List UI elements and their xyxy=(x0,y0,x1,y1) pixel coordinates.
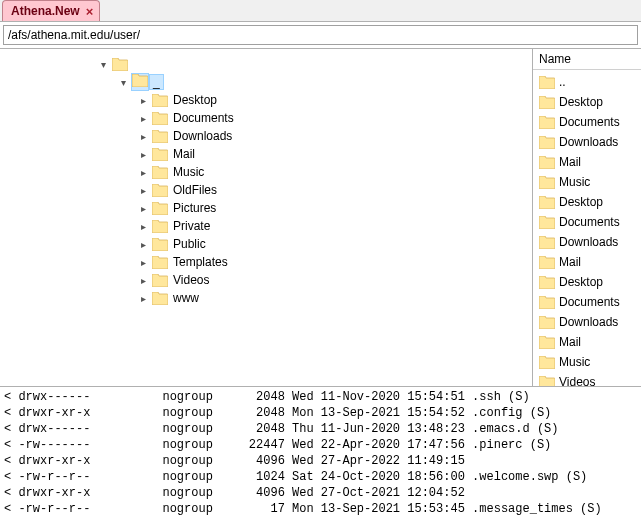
chevron-right-icon[interactable]: ▸ xyxy=(136,293,150,304)
tree-item[interactable]: ▸Videos xyxy=(4,271,528,289)
chevron-right-icon[interactable]: ▸ xyxy=(136,95,150,106)
list-item[interactable]: Documents xyxy=(537,212,641,232)
folder-icon xyxy=(152,238,168,251)
list-header-name[interactable]: Name xyxy=(533,49,641,70)
chevron-right-icon[interactable]: ▸ xyxy=(136,275,150,286)
folder-icon xyxy=(539,376,555,387)
folder-icon xyxy=(539,196,555,209)
tree-root[interactable]: ▾ xyxy=(4,55,528,73)
chevron-right-icon[interactable]: ▸ xyxy=(136,203,150,214)
folder-icon xyxy=(152,166,168,179)
folder-icon xyxy=(539,96,555,109)
tree-item-label: Templates xyxy=(170,255,231,269)
list-item-label: Downloads xyxy=(559,235,618,249)
list-item[interactable]: Mail xyxy=(537,252,641,272)
list-item[interactable]: .. xyxy=(537,72,641,92)
chevron-down-icon[interactable]: ▾ xyxy=(116,77,130,88)
tree-item[interactable]: ▸Mail xyxy=(4,145,528,163)
close-icon[interactable]: × xyxy=(86,5,94,18)
tree-item-label: Pictures xyxy=(170,201,219,215)
tree-item-label: Music xyxy=(170,165,207,179)
list-item-label: Mail xyxy=(559,335,581,349)
chevron-right-icon[interactable]: ▸ xyxy=(136,167,150,178)
list-item-label: Documents xyxy=(559,115,620,129)
chevron-right-icon[interactable]: ▸ xyxy=(136,131,150,142)
tree-item-label: OldFiles xyxy=(170,183,220,197)
tree-item[interactable]: ▸OldFiles xyxy=(4,181,528,199)
tree-item-label: Private xyxy=(170,219,213,233)
chevron-right-icon[interactable]: ▸ xyxy=(136,185,150,196)
list-item[interactable]: Documents xyxy=(537,292,641,312)
list-item[interactable]: Downloads xyxy=(537,312,641,332)
list-item[interactable]: Downloads xyxy=(537,232,641,252)
list-item[interactable]: Music xyxy=(537,352,641,372)
tree-item[interactable]: ▸Public xyxy=(4,235,528,253)
chevron-right-icon[interactable]: ▸ xyxy=(136,149,150,160)
folder-icon xyxy=(152,112,168,125)
tree-item[interactable]: ▸Templates xyxy=(4,253,528,271)
folder-icon xyxy=(539,76,555,89)
folder-icon xyxy=(152,256,168,269)
list-item[interactable]: Desktop xyxy=(537,192,641,212)
chevron-right-icon[interactable]: ▸ xyxy=(136,257,150,268)
list-item-label: Music xyxy=(559,175,590,189)
address-bar xyxy=(0,22,641,49)
tree-item-label: Videos xyxy=(170,273,212,287)
tree-item[interactable]: ▸Downloads xyxy=(4,127,528,145)
list-item-label: Music xyxy=(559,355,590,369)
tree-item[interactable]: ▸www xyxy=(4,289,528,307)
chevron-right-icon[interactable]: ▸ xyxy=(136,221,150,232)
folder-icon xyxy=(152,94,168,107)
folder-icon xyxy=(539,356,555,369)
list-item[interactable]: Documents xyxy=(537,112,641,132)
folder-icon xyxy=(152,292,168,305)
tree-item-current[interactable]: ▾_ xyxy=(4,73,528,91)
folder-icon xyxy=(152,148,168,161)
folder-icon xyxy=(539,176,555,189)
tab-title: Athena.New xyxy=(11,4,80,18)
list-item-label: Documents xyxy=(559,295,620,309)
folder-icon xyxy=(539,276,555,289)
folder-icon xyxy=(152,202,168,215)
tree-item-label: _ xyxy=(149,74,164,90)
tab-bar: Athena.New × xyxy=(0,0,641,22)
list-item[interactable]: Mail xyxy=(537,332,641,352)
chevron-right-icon[interactable]: ▸ xyxy=(136,239,150,250)
list-item-label: Mail xyxy=(559,155,581,169)
list-item[interactable]: Videos xyxy=(537,372,641,386)
list-item[interactable]: Downloads xyxy=(537,132,641,152)
tree-item-label: Desktop xyxy=(170,93,220,107)
list-item-label: Desktop xyxy=(559,195,603,209)
list-item-label: Desktop xyxy=(559,95,603,109)
list-pane: Name ..DesktopDocumentsDownloadsMailMusi… xyxy=(533,49,641,386)
tree-item[interactable]: ▸Music xyxy=(4,163,528,181)
tree-item-label: Documents xyxy=(170,111,237,125)
tree-item[interactable]: ▸Documents xyxy=(4,109,528,127)
list-item[interactable]: Mail xyxy=(537,152,641,172)
tree-pane[interactable]: ▾▾_▸Desktop▸Documents▸Downloads▸Mail▸Mus… xyxy=(0,49,533,386)
list-item-label: Videos xyxy=(559,375,595,386)
tree-item[interactable]: ▸Private xyxy=(4,217,528,235)
folder-icon xyxy=(152,274,168,287)
folder-icon xyxy=(152,130,168,143)
list-item-label: Downloads xyxy=(559,315,618,329)
folder-icon xyxy=(539,216,555,229)
chevron-down-icon[interactable]: ▾ xyxy=(96,59,110,70)
folder-icon xyxy=(112,58,128,71)
list-item-label: Documents xyxy=(559,215,620,229)
list-item[interactable]: Music xyxy=(537,172,641,192)
folder-icon xyxy=(539,156,555,169)
list-item-label: .. xyxy=(559,75,566,89)
folder-icon xyxy=(539,316,555,329)
tree-item[interactable]: ▸Desktop xyxy=(4,91,528,109)
list-body[interactable]: ..DesktopDocumentsDownloadsMailMusicDesk… xyxy=(533,70,641,386)
chevron-right-icon[interactable]: ▸ xyxy=(136,113,150,124)
tab-athena[interactable]: Athena.New × xyxy=(2,0,100,21)
address-input[interactable] xyxy=(3,25,638,45)
terminal-output[interactable]: < drwx------ nogroup 2048 Wed 11-Nov-202… xyxy=(0,387,641,518)
folder-icon xyxy=(152,184,168,197)
list-item[interactable]: Desktop xyxy=(537,92,641,112)
tree-item[interactable]: ▸Pictures xyxy=(4,199,528,217)
list-item[interactable]: Desktop xyxy=(537,272,641,292)
folder-icon xyxy=(539,116,555,129)
